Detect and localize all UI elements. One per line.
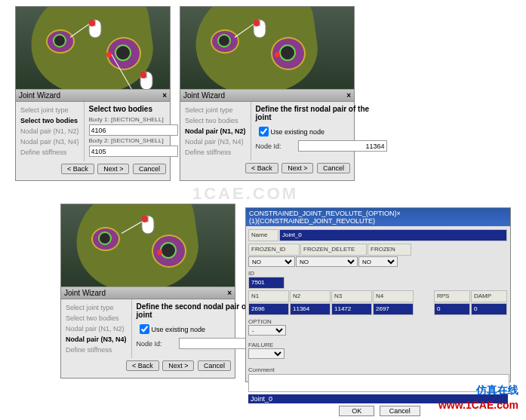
svg-rect-11 bbox=[142, 216, 148, 222]
body2-input[interactable] bbox=[89, 146, 178, 157]
damp-cell[interactable]: 0 bbox=[471, 303, 507, 315]
viewport-2 bbox=[180, 7, 354, 90]
close-icon[interactable]: × bbox=[346, 91, 351, 100]
close-icon[interactable]: × bbox=[397, 210, 507, 225]
frozen-delete-select[interactable]: NO bbox=[296, 256, 358, 267]
mouse-icon bbox=[88, 19, 103, 38]
failure-select[interactable] bbox=[248, 348, 285, 359]
mouse-icon bbox=[140, 215, 155, 235]
back-button[interactable]: < Back bbox=[245, 163, 278, 173]
back-button[interactable]: < Back bbox=[126, 360, 159, 371]
kw-title: CONSTRAINED_JOINT_REVOLUTE_(OPTION) (1)(… bbox=[246, 208, 510, 226]
comment-field[interactable] bbox=[248, 374, 509, 392]
cancel-button[interactable]: Cancel bbox=[317, 163, 350, 173]
viewport-1 bbox=[16, 7, 170, 90]
n1-cell[interactable]: 2696 bbox=[248, 303, 289, 315]
rps-cell[interactable]: 0 bbox=[434, 303, 470, 315]
close-icon[interactable]: × bbox=[227, 289, 232, 297]
brand-url: www.1CAE.com bbox=[438, 399, 518, 411]
ok-button[interactable]: OK bbox=[339, 406, 374, 416]
wizard-1: Joint Wizard× Select joint type Select t… bbox=[16, 89, 170, 180]
panel-heading: Select two bodies bbox=[89, 105, 178, 113]
svg-rect-2 bbox=[89, 20, 95, 26]
name-value[interactable]: Joint_0 bbox=[279, 229, 507, 241]
panel-1: Joint Wizard× Select joint type Select t… bbox=[15, 6, 171, 181]
svg-rect-8 bbox=[254, 20, 260, 26]
close-icon[interactable]: × bbox=[162, 91, 167, 100]
wizard-3: Joint Wizard× Select joint type Select t… bbox=[61, 287, 235, 378]
cancel-button[interactable]: Cancel bbox=[133, 164, 166, 174]
back-button[interactable]: < Back bbox=[61, 164, 94, 174]
brand-cn: 仿真在线 bbox=[476, 384, 518, 397]
wizard-2: Joint Wizard× Select joint type Select t… bbox=[180, 89, 354, 180]
keyword-dialog: CONSTRAINED_JOINT_REVOLUTE_(OPTION) (1)(… bbox=[245, 207, 511, 382]
next-button[interactable]: Next > bbox=[97, 164, 129, 174]
id-value: 7501 bbox=[248, 277, 285, 289]
svg-rect-5 bbox=[140, 72, 146, 78]
wizard-nav: Select joint type Select two bodies Noda… bbox=[16, 102, 84, 161]
mouse-icon bbox=[252, 19, 267, 38]
panel-2: Joint Wizard× Select joint type Select t… bbox=[180, 6, 355, 181]
cancel-button[interactable]: Cancel bbox=[198, 360, 231, 371]
frozen-id-select[interactable]: NO bbox=[248, 256, 295, 267]
use-existing-checkbox[interactable] bbox=[140, 324, 149, 334]
frozen-select[interactable]: NO bbox=[358, 256, 398, 267]
node-id-input[interactable] bbox=[298, 140, 387, 152]
watermark: 1CAE.COM bbox=[192, 184, 298, 204]
next-button[interactable]: Next > bbox=[162, 360, 194, 371]
n3-cell[interactable]: 11472 bbox=[331, 303, 372, 315]
mouse-icon bbox=[139, 71, 154, 90]
n2-cell[interactable]: 11364 bbox=[290, 303, 331, 315]
use-existing-checkbox[interactable] bbox=[259, 127, 269, 136]
cancel-button[interactable]: Cancel bbox=[380, 406, 420, 416]
next-button[interactable]: Next > bbox=[281, 163, 313, 173]
option-select[interactable]: - bbox=[248, 325, 286, 336]
panel-heading: Define the first nodal pair of the joint bbox=[256, 105, 387, 121]
panel-3: Joint Wizard× Select joint type Select t… bbox=[60, 204, 235, 379]
wizard-title: Joint Wizard× bbox=[16, 90, 170, 102]
n4-cell[interactable]: 2697 bbox=[373, 303, 414, 315]
viewport-3 bbox=[61, 204, 235, 287]
body1-input[interactable] bbox=[89, 124, 178, 136]
